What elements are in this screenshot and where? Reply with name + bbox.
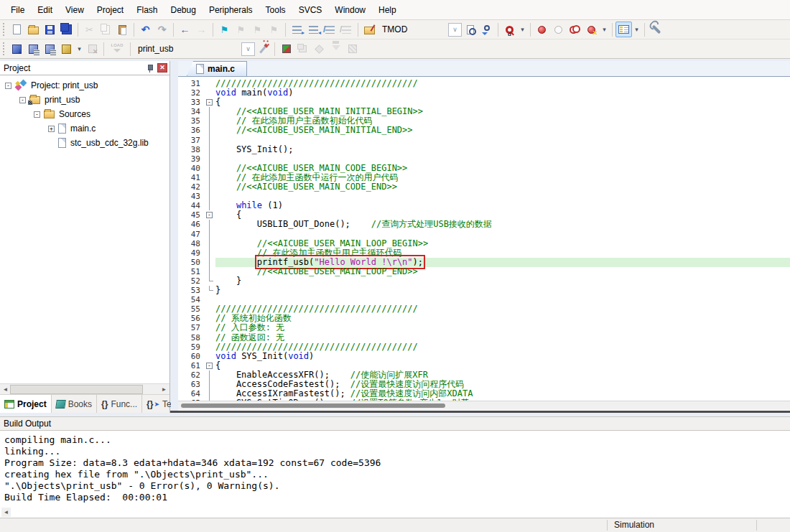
disable-all-breakpoints-button[interactable] <box>567 22 583 37</box>
collapse-icon[interactable]: - <box>5 83 11 89</box>
tree-item-main-c[interactable]: +main.c <box>0 121 169 136</box>
download-button[interactable]: LOAD <box>107 41 127 57</box>
target-select-combobox[interactable]: print_usb <box>134 42 240 56</box>
code-line-36[interactable]: 36 //<<AICUBE_USER_MAIN_INITIAL_END>> <box>178 126 790 135</box>
open-file-button[interactable] <box>25 22 42 37</box>
menu-item-help[interactable]: Help <box>372 2 403 18</box>
close-icon[interactable]: ✕ <box>157 63 167 73</box>
undo-button[interactable]: ↶ <box>137 22 154 37</box>
incremental-find-button[interactable] <box>478 22 495 37</box>
batch-build-dropdown-button[interactable]: ▾ <box>75 41 84 57</box>
translate-file-button[interactable]: ⇣ <box>9 41 25 57</box>
debug-dropdown-button[interactable]: ▾ <box>518 22 527 37</box>
uncomment-selection-button[interactable]: / <box>338 22 355 37</box>
target-dropdown-button[interactable]: ∨ <box>241 42 255 56</box>
code-line-53[interactable]: 53} <box>178 286 790 295</box>
build-target-button[interactable] <box>25 41 42 57</box>
stop-build-button[interactable]: ✕ <box>84 41 101 57</box>
project-tree-hscrollbar[interactable]: ◄ ► <box>0 383 169 394</box>
build-output-hscrollbar[interactable]: ◄ <box>0 508 790 518</box>
next-bookmark-button[interactable]: ⚑ <box>249 22 266 37</box>
menu-item-project[interactable]: Project <box>90 2 130 18</box>
paste-button[interactable] <box>114 22 131 37</box>
tree-item-stc-usb-cdc-32g-lib[interactable]: stc_usb_cdc_32g.lib <box>0 136 169 150</box>
scroll-left-icon[interactable]: ◄ <box>1 508 11 517</box>
manage-runtime-environment-button[interactable] <box>278 41 294 57</box>
clear-bookmarks-button[interactable]: ⚑ <box>266 22 282 37</box>
rebuild-all-button[interactable] <box>42 41 58 57</box>
tree-item-print-usb[interactable]: -print_usb <box>0 93 169 107</box>
menu-item-svcs[interactable]: SVCS <box>292 2 329 18</box>
tree-item-project-print-usb[interactable]: -Project: print_usb <box>0 78 169 93</box>
indent-right-button[interactable]: ▸ <box>289 22 305 37</box>
views-dropdown-button[interactable]: ▾ <box>632 22 641 37</box>
save-all-button[interactable] <box>58 22 75 37</box>
menu-item-flash[interactable]: Flash <box>130 2 164 18</box>
pack-installer-button[interactable] <box>344 41 361 57</box>
configuration-button[interactable] <box>648 22 664 37</box>
comment-selection-button[interactable]: / <box>322 22 338 37</box>
toolbar-grip[interactable] <box>3 23 5 36</box>
menu-item-view[interactable]: View <box>59 2 90 18</box>
code-line-42[interactable]: 42 //<<AICUBE_USER_MAIN_CODE_END>> <box>178 182 790 192</box>
menu-item-edit[interactable]: Edit <box>31 2 59 18</box>
panel-tab-project[interactable]: Project <box>0 395 52 413</box>
scrollbar-thumb[interactable] <box>10 385 143 394</box>
save-button[interactable] <box>42 22 58 37</box>
menu-item-tools[interactable]: Tools <box>259 2 292 18</box>
collapse-icon[interactable]: - <box>19 97 26 103</box>
panel-tab-func[interactable]: {}Func... <box>97 395 142 413</box>
code-line-60[interactable]: 60void SYS_Init(void) <box>178 352 790 361</box>
code-line-44[interactable]: 44 while (1) <box>178 201 790 210</box>
code-line-46[interactable]: 46 USBLIB_OUT_Done(); //查询方式处理USB接收的数据 <box>178 220 790 229</box>
manage-components-button[interactable] <box>294 41 311 57</box>
cut-button[interactable]: ✂ <box>81 22 98 37</box>
navigate-forward-button[interactable]: → <box>193 22 210 37</box>
find-in-files-button[interactable] <box>462 22 478 37</box>
new-file-button[interactable] <box>9 22 25 37</box>
menu-item-peripherals[interactable]: Peripherals <box>203 2 259 18</box>
fold-margin[interactable]: - <box>204 98 215 107</box>
tab-main-c[interactable]: main.c <box>187 61 247 76</box>
multi-project-button[interactable] <box>327 41 344 57</box>
insert-breakpoint-button[interactable] <box>534 22 550 37</box>
code-line-32[interactable]: 32void main(void) <box>178 88 790 98</box>
scrollbar-thumb[interactable] <box>181 403 445 408</box>
menu-item-window[interactable]: Window <box>328 2 372 18</box>
fold-margin[interactable]: - <box>204 210 215 220</box>
expand-icon[interactable]: + <box>48 126 55 132</box>
build-output-text[interactable]: compiling main.c...linking...Program Siz… <box>0 431 790 508</box>
system-viewer-button[interactable] <box>361 22 378 37</box>
window-views-button[interactable] <box>615 22 632 37</box>
batch-build-button[interactable] <box>58 41 75 57</box>
breakpoints-dropdown-button[interactable]: ▾ <box>600 22 609 37</box>
start-stop-debug-button[interactable]: d <box>501 22 518 37</box>
insert-bookmark-button[interactable]: ⚑ <box>216 22 233 37</box>
code-line-52[interactable]: 52 } <box>178 276 790 286</box>
target-options-button[interactable] <box>255 41 271 57</box>
redo-button[interactable]: ↷ <box>154 22 170 37</box>
tmod-dropdown-button[interactable]: ∨ <box>448 23 462 37</box>
fold-margin[interactable]: - <box>204 361 215 370</box>
horizontal-splitter[interactable] <box>170 411 790 413</box>
tree-item-sources[interactable]: -Sources <box>0 107 169 121</box>
panel-splitter[interactable] <box>171 61 178 413</box>
copy-button[interactable] <box>98 22 114 37</box>
code-editor[interactable]: 31//////////////////////////////////////… <box>178 77 790 401</box>
scroll-right-icon[interactable]: ► <box>159 385 169 394</box>
enable-disable-breakpoint-button[interactable] <box>550 22 567 37</box>
collapse-icon[interactable]: - <box>34 111 40 118</box>
code-line-51[interactable]: 51 //<<AICUBE_USER_MAIN_LOOP_END>> <box>178 267 790 276</box>
scroll-left-icon[interactable]: ◄ <box>1 385 10 394</box>
indent-left-button[interactable]: ◂ <box>305 22 322 37</box>
kill-all-breakpoints-button[interactable]: ✕ <box>583 22 600 37</box>
navigate-back-button[interactable]: ← <box>177 22 193 37</box>
toolbar-grip[interactable] <box>3 42 5 55</box>
previous-bookmark-button[interactable]: ⚑ <box>233 22 249 37</box>
menu-item-file[interactable]: File <box>4 2 31 18</box>
tmod-combobox[interactable]: TMOD <box>378 22 447 37</box>
editor-hscrollbar[interactable] <box>178 401 790 410</box>
menu-item-debug[interactable]: Debug <box>164 2 203 18</box>
code-line-38[interactable]: 38 SYS_Init(); <box>178 145 790 154</box>
pin-icon[interactable] <box>146 64 153 73</box>
